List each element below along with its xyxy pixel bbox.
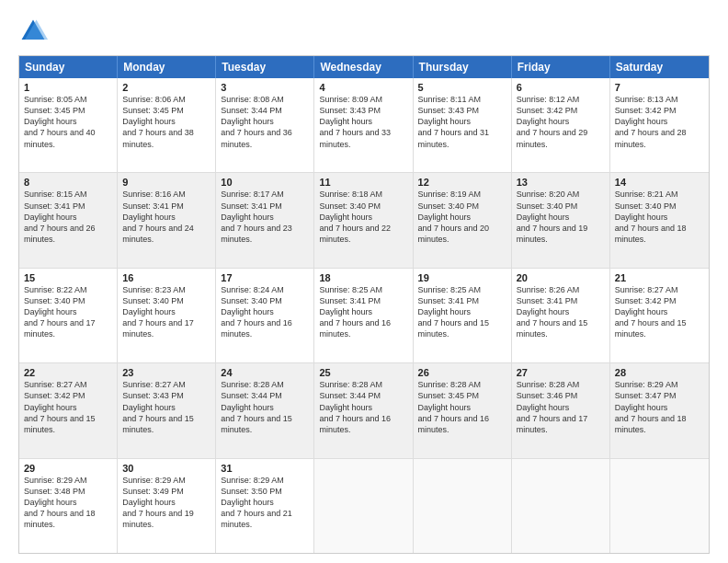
day-number: 8 <box>24 177 112 188</box>
cell-info: Sunrise: 8:29 AMSunset: 3:49 PMDaylight … <box>122 476 194 530</box>
page: SundayMondayTuesdayWednesdayThursdayFrid… <box>0 0 728 563</box>
cell-info: Sunrise: 8:05 AMSunset: 3:45 PMDaylight … <box>24 95 96 149</box>
cell-info: Sunrise: 8:21 AMSunset: 3:40 PMDaylight … <box>615 190 687 244</box>
day-number: 23 <box>122 367 210 378</box>
cell-info: Sunrise: 8:13 AMSunset: 3:42 PMDaylight … <box>615 95 687 149</box>
cell-info: Sunrise: 8:26 AMSunset: 3:41 PMDaylight … <box>517 285 588 339</box>
day-number: 19 <box>418 272 506 283</box>
cell-info: Sunrise: 8:28 AMSunset: 3:44 PMDaylight … <box>221 380 292 434</box>
day-number: 31 <box>221 463 309 474</box>
cell-info: Sunrise: 8:25 AMSunset: 3:41 PMDaylight … <box>319 285 391 339</box>
cell-info: Sunrise: 8:29 AMSunset: 3:48 PMDaylight … <box>24 476 96 530</box>
calendar-cell: 4Sunrise: 8:09 AMSunset: 3:43 PMDaylight… <box>314 78 413 172</box>
calendar-cell: 31Sunrise: 8:29 AMSunset: 3:50 PMDayligh… <box>216 459 314 553</box>
calendar-cell: 8Sunrise: 8:15 AMSunset: 3:41 PMDaylight… <box>19 173 118 267</box>
day-number: 11 <box>319 177 407 188</box>
day-number: 1 <box>24 82 112 93</box>
day-number: 20 <box>517 272 605 283</box>
calendar-cell: 7Sunrise: 8:13 AMSunset: 3:42 PMDaylight… <box>610 78 709 172</box>
calendar-cell: 5Sunrise: 8:11 AMSunset: 3:43 PMDaylight… <box>414 78 512 172</box>
cell-info: Sunrise: 8:25 AMSunset: 3:41 PMDaylight … <box>418 285 490 339</box>
cell-info: Sunrise: 8:29 AMSunset: 3:50 PMDaylight … <box>221 476 292 530</box>
calendar-cell: 21Sunrise: 8:27 AMSunset: 3:42 PMDayligh… <box>610 269 709 362</box>
calendar-row-5: 29Sunrise: 8:29 AMSunset: 3:48 PMDayligh… <box>19 458 709 553</box>
calendar-cell: 25Sunrise: 8:28 AMSunset: 3:44 PMDayligh… <box>314 363 413 457</box>
calendar-cell: 28Sunrise: 8:29 AMSunset: 3:47 PMDayligh… <box>610 363 709 457</box>
day-number: 4 <box>319 82 407 93</box>
calendar: SundayMondayTuesdayWednesdayThursdayFrid… <box>18 55 710 554</box>
day-number: 3 <box>221 82 309 93</box>
calendar-cell <box>610 459 709 553</box>
day-number: 24 <box>221 367 309 378</box>
logo-icon <box>18 17 48 46</box>
calendar-cell: 11Sunrise: 8:18 AMSunset: 3:40 PMDayligh… <box>314 173 413 267</box>
cell-info: Sunrise: 8:15 AMSunset: 3:41 PMDaylight … <box>24 190 96 244</box>
calendar-cell: 19Sunrise: 8:25 AMSunset: 3:41 PMDayligh… <box>414 269 512 362</box>
cell-info: Sunrise: 8:27 AMSunset: 3:42 PMDaylight … <box>615 285 687 339</box>
calendar-cell <box>414 459 512 553</box>
day-number: 30 <box>122 463 210 474</box>
day-number: 7 <box>615 82 704 93</box>
day-header-saturday: Saturday <box>610 56 709 78</box>
day-number: 13 <box>517 177 605 188</box>
day-number: 5 <box>418 82 506 93</box>
cell-info: Sunrise: 8:27 AMSunset: 3:42 PMDaylight … <box>24 380 96 434</box>
cell-info: Sunrise: 8:12 AMSunset: 3:42 PMDaylight … <box>517 95 588 149</box>
cell-info: Sunrise: 8:19 AMSunset: 3:40 PMDaylight … <box>418 190 490 244</box>
day-number: 15 <box>24 272 112 283</box>
logo <box>18 17 51 46</box>
day-header-sunday: Sunday <box>19 56 118 78</box>
day-header-wednesday: Wednesday <box>314 56 413 78</box>
calendar-cell: 14Sunrise: 8:21 AMSunset: 3:40 PMDayligh… <box>610 173 709 267</box>
calendar-cell: 9Sunrise: 8:16 AMSunset: 3:41 PMDaylight… <box>118 173 216 267</box>
cell-info: Sunrise: 8:16 AMSunset: 3:41 PMDaylight … <box>122 190 194 244</box>
day-header-tuesday: Tuesday <box>216 56 314 78</box>
cell-info: Sunrise: 8:11 AMSunset: 3:43 PMDaylight … <box>418 95 490 149</box>
calendar-cell: 24Sunrise: 8:28 AMSunset: 3:44 PMDayligh… <box>216 363 314 457</box>
calendar-cell: 29Sunrise: 8:29 AMSunset: 3:48 PMDayligh… <box>19 459 118 553</box>
cell-info: Sunrise: 8:24 AMSunset: 3:40 PMDaylight … <box>221 285 292 339</box>
day-number: 6 <box>517 82 605 93</box>
calendar-cell: 23Sunrise: 8:27 AMSunset: 3:43 PMDayligh… <box>118 363 216 457</box>
cell-info: Sunrise: 8:28 AMSunset: 3:44 PMDaylight … <box>319 380 391 434</box>
day-number: 9 <box>122 177 210 188</box>
day-number: 28 <box>615 367 704 378</box>
calendar-cell: 20Sunrise: 8:26 AMSunset: 3:41 PMDayligh… <box>512 269 610 362</box>
cell-info: Sunrise: 8:18 AMSunset: 3:40 PMDaylight … <box>319 190 391 244</box>
day-number: 2 <box>122 82 210 93</box>
calendar-cell: 2Sunrise: 8:06 AMSunset: 3:45 PMDaylight… <box>118 78 216 172</box>
cell-info: Sunrise: 8:17 AMSunset: 3:41 PMDaylight … <box>221 190 292 244</box>
cell-info: Sunrise: 8:22 AMSunset: 3:40 PMDaylight … <box>24 285 96 339</box>
calendar-cell: 10Sunrise: 8:17 AMSunset: 3:41 PMDayligh… <box>216 173 314 267</box>
day-number: 29 <box>24 463 112 474</box>
cell-info: Sunrise: 8:28 AMSunset: 3:45 PMDaylight … <box>418 380 490 434</box>
calendar-cell: 26Sunrise: 8:28 AMSunset: 3:45 PMDayligh… <box>414 363 512 457</box>
cell-info: Sunrise: 8:09 AMSunset: 3:43 PMDaylight … <box>319 95 391 149</box>
calendar-cell: 30Sunrise: 8:29 AMSunset: 3:49 PMDayligh… <box>118 459 216 553</box>
day-number: 16 <box>122 272 210 283</box>
day-number: 25 <box>319 367 407 378</box>
calendar-cell: 27Sunrise: 8:28 AMSunset: 3:46 PMDayligh… <box>512 363 610 457</box>
cell-info: Sunrise: 8:29 AMSunset: 3:47 PMDaylight … <box>615 380 687 434</box>
day-number: 12 <box>418 177 506 188</box>
day-header-monday: Monday <box>118 56 216 78</box>
calendar-body: 1Sunrise: 8:05 AMSunset: 3:45 PMDaylight… <box>19 78 709 553</box>
day-number: 26 <box>418 367 506 378</box>
calendar-row-4: 22Sunrise: 8:27 AMSunset: 3:42 PMDayligh… <box>19 362 709 457</box>
cell-info: Sunrise: 8:20 AMSunset: 3:40 PMDaylight … <box>517 190 588 244</box>
calendar-cell: 16Sunrise: 8:23 AMSunset: 3:40 PMDayligh… <box>118 269 216 362</box>
calendar-cell: 17Sunrise: 8:24 AMSunset: 3:40 PMDayligh… <box>216 269 314 362</box>
calendar-cell: 12Sunrise: 8:19 AMSunset: 3:40 PMDayligh… <box>414 173 512 267</box>
calendar-cell <box>314 459 413 553</box>
cell-info: Sunrise: 8:28 AMSunset: 3:46 PMDaylight … <box>517 380 588 434</box>
calendar-row-1: 1Sunrise: 8:05 AMSunset: 3:45 PMDaylight… <box>19 78 709 172</box>
cell-info: Sunrise: 8:23 AMSunset: 3:40 PMDaylight … <box>122 285 194 339</box>
day-number: 22 <box>24 367 112 378</box>
calendar-cell <box>512 459 610 553</box>
day-number: 17 <box>221 272 309 283</box>
calendar-cell: 22Sunrise: 8:27 AMSunset: 3:42 PMDayligh… <box>19 363 118 457</box>
day-number: 27 <box>517 367 605 378</box>
calendar-cell: 15Sunrise: 8:22 AMSunset: 3:40 PMDayligh… <box>19 269 118 362</box>
cell-info: Sunrise: 8:06 AMSunset: 3:45 PMDaylight … <box>122 95 194 149</box>
calendar-cell: 1Sunrise: 8:05 AMSunset: 3:45 PMDaylight… <box>19 78 118 172</box>
